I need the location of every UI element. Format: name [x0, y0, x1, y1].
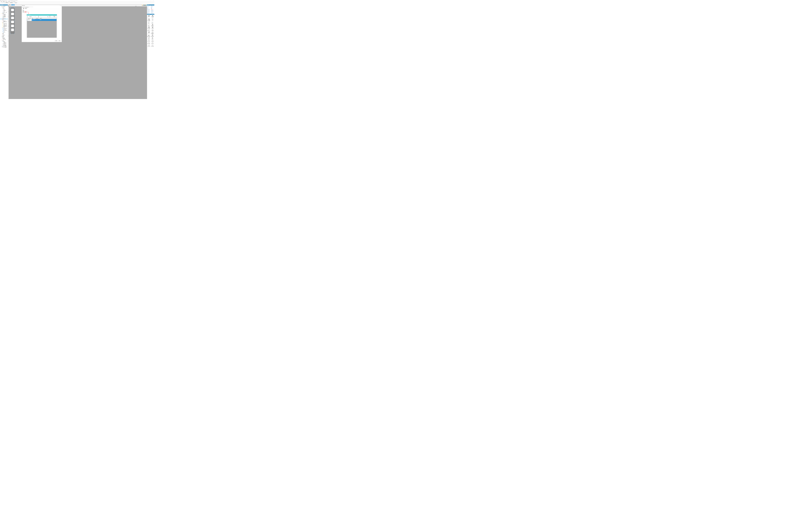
- m2-close-button[interactable]: ✕: [55, 15, 56, 15]
- menu-help[interactable]: 帮助(H): [13, 1, 16, 2]
- tb-new-icon[interactable]: ▫: [1, 2, 1, 3]
- canvas-area: 工程概览 1:主画面 0 100 200 1200 0 100 200 300 …: [8, 4, 147, 99]
- m1-cancel-button[interactable]: 取消: [58, 41, 61, 42]
- m2-add-button[interactable]: 新增: [49, 16, 52, 18]
- m1-tab-general[interactable]: 通用: [25, 7, 27, 9]
- m1-section-settings: 设置: [23, 9, 61, 10]
- menu-debug[interactable]: 调试(D): [8, 1, 10, 2]
- tool-rect-icon[interactable]: ▭: [2, 3, 2, 4]
- m1-section-camera: 摄像头: [23, 10, 61, 11]
- ext-chip-2-icon[interactable]: [144, 5, 145, 5]
- tool-edit-icon[interactable]: ✎: [16, 3, 17, 4]
- m2-grid[interactable]: 设备名称 类型 设备描述 外设类型 ▸ 摄像头_1 RTSP 摄像头 摄像头 ↖: [27, 18, 57, 38]
- widget-icon: ▭: [152, 44, 153, 46]
- tree-node-icon: ▦: [2, 36, 2, 36]
- tree-twisty-icon[interactable]: −: [2, 31, 2, 32]
- online-sim-button[interactable]: 在线模拟(F5): [4, 2, 9, 3]
- widget-item-10[interactable]: ▭表格(集合): [147, 29, 151, 31]
- tree-twisty-icon[interactable]: −: [2, 42, 2, 42]
- tool-ellipse-icon[interactable]: ◯: [4, 3, 5, 4]
- widget-item-21[interactable]: ▭文件列表: [151, 42, 154, 44]
- widget-item-14[interactable]: ▶摄像头显示: [147, 35, 151, 37]
- widget-item-13[interactable]: ◎摄像头方向控制器: [151, 31, 154, 34]
- tree-item-45[interactable]: ☁云平台数据监控: [0, 47, 8, 48]
- widget-item-18[interactable]: ☀天气查看: [147, 40, 151, 42]
- tool-curve-icon[interactable]: ∿: [13, 3, 14, 4]
- widget-item-16[interactable]: ◔饼图: [147, 37, 151, 39]
- tb-save-icon[interactable]: ▣: [3, 2, 4, 3]
- widget-label: 操作记录: [147, 43, 150, 44]
- m1-name-input[interactable]: [25, 6, 33, 7]
- m1-close-button[interactable]: ✕: [61, 5, 61, 6]
- tree-node-icon: !: [2, 34, 2, 34]
- m1-help-button[interactable]: ?: [60, 5, 60, 6]
- tree-twisty-icon[interactable]: −: [1, 27, 1, 28]
- tree-twisty-icon[interactable]: −: [1, 13, 1, 14]
- tree-twisty-icon[interactable]: −: [1, 41, 1, 41]
- widget-item-23[interactable]: ▭网页显示框: [151, 44, 154, 46]
- widget-label: 饼图: [148, 38, 150, 39]
- widget-item-19[interactable]: ▭PDF阅读: [151, 40, 154, 42]
- project-tree[interactable]: −▣RTSP_DEMO▤工程属性−⚙设备Ψ串口≋以太网☁云数据中心✎MQTT▦设…: [0, 5, 8, 99]
- window-close[interactable]: ✕: [152, 0, 154, 1]
- tree-twisty-icon[interactable]: −: [1, 18, 1, 18]
- tree-twisty-icon[interactable]: −: [1, 22, 1, 23]
- tool-line-icon[interactable]: ╱: [8, 3, 9, 4]
- widget-label: 历史数据查看报表: [147, 20, 151, 21]
- tb-open-icon[interactable]: ✎: [2, 2, 2, 3]
- m2-row-0[interactable]: ▸ 摄像头_1 RTSP 摄像头 摄像头: [27, 19, 57, 21]
- widget-item-11[interactable]: ▭子画面显示: [151, 29, 154, 31]
- tree-twisty-icon[interactable]: −: [2, 30, 2, 30]
- menu-tools[interactable]: 工具(T): [11, 1, 13, 2]
- widget-item-22[interactable]: ▭动态画线: [147, 44, 151, 46]
- camera-widget[interactable]: [10, 7, 15, 34]
- menu-project[interactable]: 工程(P): [1, 1, 3, 2]
- widget-item-4[interactable]: 🕐时钟1: [147, 22, 151, 24]
- ext-chip-1-icon[interactable]: [143, 5, 144, 5]
- menu-view[interactable]: 查看(V): [6, 1, 8, 2]
- tree-node-icon: ✖: [2, 41, 2, 41]
- tool-text-icon[interactable]: A: [15, 3, 16, 4]
- tree-twisty-icon[interactable]: −: [1, 20, 1, 20]
- m1-tab-basic[interactable]: 基本: [22, 7, 25, 9]
- widget-item-17[interactable]: ▮柱状图: [151, 37, 154, 39]
- tool-diamond-icon[interactable]: ◇: [5, 3, 6, 4]
- widget-item-9[interactable]: ▦布局表格: [151, 27, 154, 29]
- m2-filter-input[interactable]: [40, 17, 47, 17]
- widget-item-0[interactable]: ▦报警表: [147, 15, 151, 18]
- ext-strip: EXT: [142, 4, 147, 6]
- tree-twisty-icon[interactable]: −: [2, 28, 2, 29]
- widget-item-6[interactable]: —时钟3: [147, 24, 151, 26]
- widget-item-12[interactable]: ▩收款码: [147, 31, 151, 34]
- widget-item-15[interactable]: ◉摄像头操作: [151, 35, 154, 37]
- widget-label: 摄像头显示: [147, 36, 150, 37]
- annotation-highlight-box: [25, 11, 26, 12]
- offline-sim-button[interactable]: 离线模拟(F6): [9, 2, 13, 3]
- ext-badge: EXT: [142, 5, 143, 5]
- tool-roundrect-icon[interactable]: ▢: [3, 3, 4, 4]
- m2-confirm-button[interactable]: 确认选择: [53, 16, 56, 18]
- tree-twisty-icon[interactable]: −: [1, 7, 1, 8]
- m2-filter-label: 筛选：: [38, 16, 40, 18]
- widget-item-2[interactable]: ▦历史数据查看报表: [147, 19, 151, 21]
- widget-item-20[interactable]: ▭操作记录: [147, 42, 151, 44]
- tree-node-icon: ⚡: [2, 22, 2, 23]
- tool-pie-icon[interactable]: ◔: [12, 3, 13, 4]
- ext-chip-3-icon[interactable]: [146, 5, 146, 5]
- tool-arc-icon[interactable]: ◠: [11, 3, 11, 4]
- widget-item-8[interactable]: ▦表格(简易): [147, 27, 151, 29]
- widget-item-3[interactable]: ▭走马灯: [151, 19, 154, 21]
- ip-input[interactable]: [15, 2, 17, 3]
- tool-pointer-icon[interactable]: ↖: [1, 3, 1, 4]
- tree-twisty-icon[interactable]: −: [0, 6, 1, 6]
- m1-ok-button[interactable]: 确定: [55, 41, 57, 42]
- widget-item-7[interactable]: ▦表格(预览): [151, 24, 154, 26]
- widget-label: 摄像头方向控制器: [151, 32, 154, 34]
- tool-poly-icon[interactable]: ⬠: [7, 3, 7, 4]
- m2-search-button[interactable]: 🔍: [47, 16, 48, 17]
- menu-edit[interactable]: 编辑(E): [3, 1, 5, 2]
- tool-polyline-icon[interactable]: 〰: [9, 3, 10, 4]
- widget-icon: ▦: [148, 27, 150, 28]
- widget-item-1[interactable]: ▦历史数据查看表: [151, 15, 154, 18]
- widget-item-5[interactable]: 🕐时钟2: [151, 22, 154, 24]
